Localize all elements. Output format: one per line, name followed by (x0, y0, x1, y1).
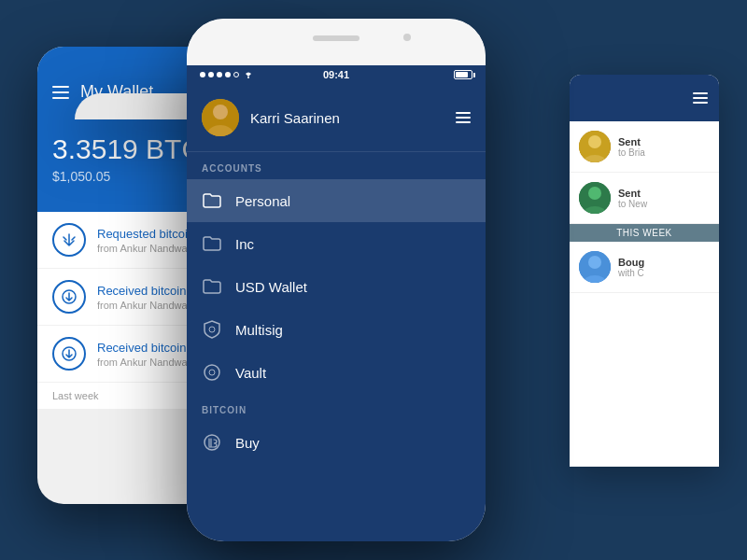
transaction-title: Sent (618, 136, 645, 147)
list-item[interactable]: Sent to New (570, 173, 719, 224)
battery-icon (454, 70, 472, 79)
svg-point-18 (588, 187, 601, 200)
svg-point-6 (247, 77, 249, 78)
battery-fill (456, 72, 468, 77)
request-icon (52, 223, 86, 257)
accounts-section-label: ACCOUNTS (187, 152, 486, 179)
sidebar-item-buy[interactable]: Buy (187, 421, 486, 464)
folder-icon (202, 190, 222, 211)
svg-point-15 (588, 135, 601, 148)
avatar (579, 182, 611, 214)
status-time: 09:41 (323, 69, 349, 80)
transaction-title: Boug (618, 257, 644, 268)
sidebar-item-personal[interactable]: Personal (187, 179, 486, 222)
personal-account-label: Personal (235, 193, 290, 209)
svg-point-11 (204, 365, 219, 380)
avatar (579, 131, 611, 162)
folder-icon (202, 233, 222, 254)
svg-point-13 (204, 435, 219, 450)
list-item[interactable]: Sent to Bria (570, 121, 719, 173)
iphone-content: Karri Saarinen ACCOUNTS Personal (187, 84, 486, 541)
svg-point-10 (209, 327, 215, 332)
transaction-subtitle: with C (618, 268, 644, 278)
sidebar-item-multisig[interactable]: Multisig (187, 308, 486, 351)
svg-point-12 (209, 370, 215, 375)
iphone-status-bar: 09:41 (187, 65, 486, 84)
transaction-title: Sent (618, 188, 647, 199)
transaction-details: Sent to New (618, 188, 647, 209)
shield-icon (202, 319, 222, 340)
drawer-hamburger-icon[interactable] (456, 112, 471, 123)
battery-indicator (454, 70, 472, 79)
sidebar-item-inc[interactable]: Inc (187, 222, 486, 265)
signal-dot (233, 72, 239, 77)
iphone-speaker (313, 35, 359, 41)
transaction-details: Sent to Bria (618, 136, 645, 158)
buy-label: Buy (235, 435, 260, 451)
avatar (579, 251, 611, 283)
transaction-details: Boug with C (618, 257, 644, 278)
svg-point-8 (213, 105, 228, 119)
multisig-label: Multisig (235, 322, 283, 338)
right-panel-header (570, 75, 719, 121)
receive-icon (52, 337, 86, 371)
signal-dot (200, 72, 205, 77)
this-week-banner: THIS WEEK (570, 224, 719, 242)
signal-dot (208, 72, 214, 77)
wifi-status-icon (243, 70, 254, 79)
iphone-camera (403, 34, 411, 41)
signal-dots (200, 72, 239, 77)
user-name: Karri Saarinen (250, 110, 340, 126)
svg-point-21 (588, 256, 601, 269)
right-transaction-panel: Sent to Bria Sent to New THIS WEEK Bo (570, 75, 719, 467)
signal-dot (217, 72, 222, 77)
vault-icon (202, 362, 222, 383)
avatar-image (202, 99, 239, 136)
hamburger-menu-icon[interactable] (52, 86, 69, 99)
usd-wallet-label: USD Wallet (235, 279, 307, 295)
drawer-menu: Karri Saarinen ACCOUNTS Personal (187, 84, 486, 541)
receive-icon (52, 280, 86, 314)
iphone: 09:41 Karri Saarinen (187, 19, 486, 541)
transaction-subtitle: to New (618, 199, 647, 209)
vault-label: Vault (235, 365, 266, 381)
bitcoin-icon (202, 432, 222, 453)
transaction-subtitle: to Bria (618, 147, 645, 158)
iphone-top (187, 19, 486, 65)
folder-icon (202, 276, 222, 297)
drawer-header: Karri Saarinen (187, 84, 486, 152)
right-hamburger-icon[interactable] (693, 92, 708, 104)
bitcoin-section-label: BITCOIN (187, 394, 486, 421)
avatar (202, 99, 239, 136)
list-item[interactable]: Boug with C (570, 242, 719, 293)
sidebar-item-usd-wallet[interactable]: USD Wallet (187, 265, 486, 308)
signal-dot (225, 72, 231, 77)
inc-account-label: Inc (235, 236, 254, 252)
sidebar-item-vault[interactable]: Vault (187, 351, 486, 394)
